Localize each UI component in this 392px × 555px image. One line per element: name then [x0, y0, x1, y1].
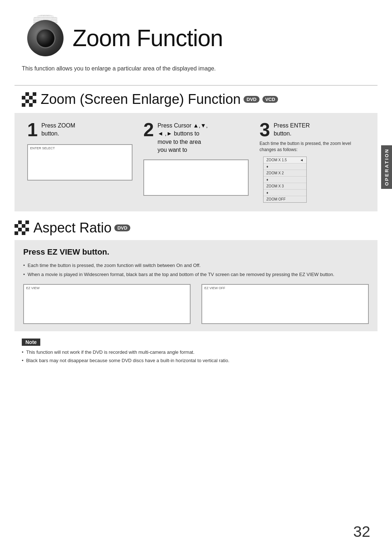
pixel-icon-aspect [15, 220, 29, 235]
page-number: 32 [353, 523, 370, 540]
ez-screen-1-label: EZ VIEW [26, 286, 40, 290]
camera-lens [36, 28, 56, 48]
aspect-bullet-2: When a movie is played in Widescreen for… [23, 271, 369, 278]
steps-section: 1 Press ZOOM button. ENTER SELECT 2 Pres… [15, 113, 377, 211]
step-2-block: 2 Press Cursor ▲,▼, ◄ ,► buttons to move… [138, 120, 254, 204]
header-section: 010101010101010101010101 101010101010101… [0, 0, 392, 65]
zoom-info: Each time the button is pressed, the zoo… [260, 139, 365, 204]
step-1-number: 1 [27, 120, 38, 139]
note-section: Note This function will not work if the … [22, 339, 370, 364]
zoom-table: ZOOM X 1.5 ◄ ♦ ZOOM X 2 ♦ ZOOM X 3 ♦ [263, 157, 307, 203]
press-ez-text: Press EZ VIEW button. [23, 247, 369, 257]
zoom-note: Each time the button is pressed, the zoo… [260, 141, 365, 153]
zoom-level-1: ZOOM X 1.5 ◄ [264, 157, 306, 163]
operation-tab-text: OPERATION [384, 148, 389, 186]
step-3-block: 3 Press ENTER button. Each time the butt… [254, 120, 370, 204]
zoom-level-3: ZOOM X 2 [264, 170, 306, 177]
badge-dvd-aspect: DVD [114, 224, 130, 231]
aspect-section: Aspect Ratio DVD Press EZ VIEW button. E… [15, 220, 377, 331]
step-1-screen-label: ENTER SELECT [30, 146, 55, 150]
badge-dvd-zoom: DVD [244, 96, 259, 103]
aspect-bullet-1: Each time the button is pressed, the zoo… [23, 262, 369, 269]
step-3-text: Press ENTER button. [274, 120, 310, 138]
note-bullets: This function will not work if the DVD i… [22, 349, 370, 364]
step-3-number: 3 [260, 120, 270, 139]
badge-vcd-zoom: VCD [262, 96, 278, 103]
arrow-right-1: ◄ [300, 158, 303, 162]
note-label: Note [22, 339, 40, 346]
note-bullet-2: Black bars may not disappear because som… [22, 357, 370, 364]
ez-screens: EZ VIEW EZ VIEW OFF [23, 284, 369, 324]
ez-screen-1: EZ VIEW [23, 284, 191, 324]
step-1-block: 1 Press ZOOM button. ENTER SELECT [22, 120, 138, 204]
camera-icon: 010101010101010101010101 101010101010101… [22, 15, 69, 62]
subtitle-text: This function allows you to enlarge a pa… [0, 65, 392, 79]
zoom-level-4: ♦ [264, 177, 306, 183]
ez-screen-2: EZ VIEW OFF [201, 284, 369, 324]
step-1-text: Press ZOOM button. [41, 120, 75, 138]
zoom-level-7: ZOOM OFF [264, 196, 306, 202]
ez-screen-2-label: EZ VIEW OFF [204, 286, 225, 290]
operation-tab: OPERATION [381, 145, 392, 189]
step-1-screen: ENTER SELECT [27, 144, 132, 181]
aspect-bullet-list: Each time the button is pressed, the zoo… [23, 257, 369, 278]
step-2-screen [143, 159, 249, 196]
camera-circle [27, 20, 64, 56]
step-2-text: Press Cursor ▲,▼, ◄ ,► buttons to move t… [158, 120, 208, 154]
zoom-section-header: Zoom (Screen Enlarge) Function DVD VCD [0, 92, 392, 107]
note-bullet-1: This function will not work if the DVD i… [22, 349, 370, 356]
zoom-section-title: Zoom (Screen Enlarge) Function [41, 92, 241, 107]
step-2-number: 2 [143, 120, 154, 139]
aspect-section-title: Aspect Ratio [33, 220, 111, 236]
page-title: Zoom Function [73, 25, 223, 52]
zoom-level-5: ZOOM X 3 [264, 183, 306, 190]
zoom-level-6: ♦ [264, 190, 306, 196]
aspect-header: Aspect Ratio DVD [15, 220, 377, 236]
top-divider [15, 85, 377, 86]
pixel-icon-zoom [22, 92, 36, 107]
zoom-level-2: ♦ [264, 163, 306, 170]
aspect-content: Press EZ VIEW button. Each time the butt… [15, 240, 377, 331]
